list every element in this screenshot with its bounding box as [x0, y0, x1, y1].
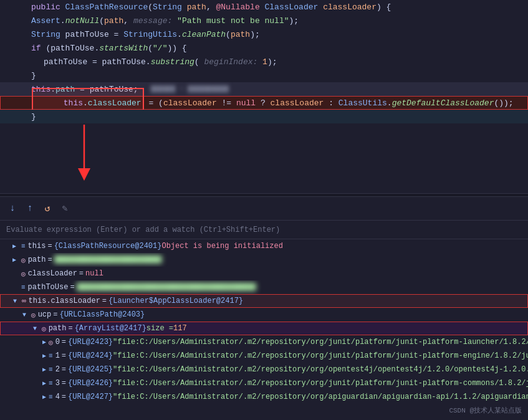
code-line-3: String pathToUse = StringUtils.cleanPath… [0, 27, 528, 41]
code-line-6: } [0, 69, 528, 82]
expand-url0-arrow[interactable] [42, 338, 46, 346]
code-line-8: this.classLoader = (classLoader != null … [0, 96, 528, 110]
var-row-url-1[interactable]: ≡ 1 = {URL@2424} "file:C:/Users/Administ… [0, 349, 528, 363]
code-line-2: Assert.notNull(path, message: "Path must… [0, 14, 528, 27]
expand-url2-arrow[interactable] [42, 366, 46, 373]
expand-ucp-arrow[interactable] [22, 312, 29, 318]
code-editor: public ClassPathResource(String path, @N… [0, 0, 528, 193]
this-classloader-icon: ∞ [22, 297, 26, 305]
expand-url4-arrow[interactable] [42, 393, 46, 401]
class-name: ClassPathResource [65, 2, 148, 12]
expand-path-arrow[interactable] [12, 256, 19, 264]
keyword-public: public [31, 2, 65, 12]
var-row-this[interactable]: ≡ this = {ClassPathResource@2401} Object… [0, 239, 528, 253]
code-line-9: } [0, 110, 528, 123]
var-row-classloader[interactable]: ◎ classLoader = null [0, 267, 528, 280]
var-row-ucp[interactable]: ◎ ucp = {URLClassPath@2403} [0, 308, 528, 322]
expand-this-arrow[interactable] [12, 242, 19, 250]
url2-icon: ≡ [49, 366, 53, 373]
path-value-blurred: ████████████████████████ [54, 255, 179, 264]
pathtouse-value-blurred: ████████████████████████████████████████ [77, 283, 264, 292]
var-row-url-0[interactable]: ◎ 0 = {URL@2423} "file:C:/Users/Administ… [0, 335, 528, 349]
var-row-url-2[interactable]: ≡ 2 = {URL@2425} "file:C:/Users/Administ… [0, 363, 528, 376]
expand-url3-arrow[interactable] [42, 379, 46, 387]
ucp-icon: ◎ [31, 311, 36, 319]
url0-icon: ◎ [49, 338, 53, 346]
debug-toolbar: ↓ ↑ ↺ ✎ [0, 197, 528, 221]
path-obj-icon: ◎ [21, 256, 26, 264]
variables-panel: ≡ this = {ClassPathResource@2401} Object… [0, 239, 528, 420]
classloader-obj-icon: ◎ [21, 270, 26, 278]
expand-this-classloader-arrow[interactable] [13, 298, 19, 305]
download-icon[interactable]: ↓ [6, 203, 19, 215]
var-row-path[interactable]: ◎ path = ████████████████████████ [0, 253, 528, 267]
var-row-url-3[interactable]: ≡ 3 = {URL@2426} "file:C:/Users/Administ… [0, 376, 528, 390]
var-row-path-arraylist[interactable]: ◎ path = {ArrayList@2417} size = 117 [0, 322, 528, 335]
edit-icon[interactable]: ✎ [59, 203, 71, 215]
watermark: CSDN @技术人某站点版 [449, 406, 522, 415]
pathtouse-field-icon: ≡ [21, 284, 26, 291]
var-row-pathtouse[interactable]: ≡ pathToUse = ██████████████████████████… [0, 280, 528, 294]
var-row-url-4[interactable]: ≡ 4 = {URL@2427} "file:C:/Users/Administ… [0, 390, 528, 404]
code-line-1: public ClassPathResource(String path, @N… [0, 0, 528, 14]
code-line-4: if (pathToUse.startsWith("/")) { [0, 41, 528, 55]
url1-icon: ≡ [49, 352, 53, 360]
code-line-5: pathToUse = pathToUse.substring( beginIn… [0, 55, 528, 69]
expression-bar[interactable]: Evaluate expression (Enter) or add a wat… [0, 221, 528, 239]
upload-icon[interactable]: ↑ [24, 203, 36, 215]
this-field-icon: ≡ [21, 242, 26, 250]
path-arraylist-icon: ◎ [42, 325, 46, 333]
url3-icon: ≡ [49, 379, 53, 387]
expand-url1-arrow[interactable] [42, 352, 46, 360]
refresh-icon[interactable]: ↺ [41, 203, 54, 215]
url4-icon: ≡ [49, 393, 53, 401]
var-row-this-classloader[interactable]: ∞ this.classLoader = {Launcher$AppClassL… [0, 294, 528, 308]
expand-path-arraylist-arrow[interactable] [33, 325, 39, 332]
expression-hint: Evaluate expression (Enter) or add a wat… [6, 226, 280, 234]
